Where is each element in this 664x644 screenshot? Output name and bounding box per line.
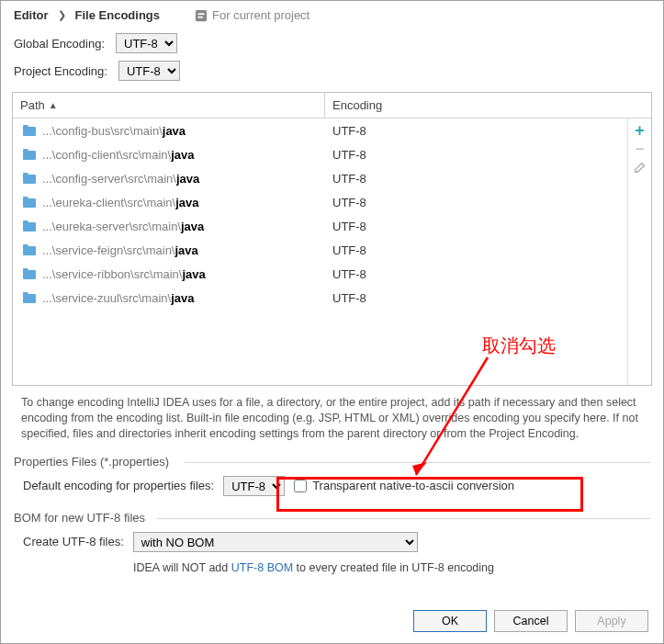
row-encoding: UTF-8 [325, 148, 627, 162]
utf8-bom-link[interactable]: UTF-8 BOM [231, 561, 293, 574]
default-props-encoding-label: Default encoding for properties files: [23, 479, 214, 492]
section-properties: Properties Files (*.properties) [1, 446, 663, 470]
remove-icon: − [635, 144, 645, 153]
table-row[interactable]: ...\eureka-server\src\main\javaUTF-8 [13, 214, 627, 238]
table-row[interactable]: ...\service-feign\src\main\javaUTF-8 [13, 238, 627, 262]
table-row[interactable]: ...\service-ribbon\src\main\javaUTF-8 [13, 262, 627, 286]
row-path: ...\config-client\src\main\java [13, 148, 325, 162]
row-encoding: UTF-8 [325, 291, 627, 305]
folder-icon [22, 243, 37, 256]
svg-rect-2 [198, 16, 203, 17]
table-toolbar: + − [627, 119, 651, 385]
svg-rect-0 [196, 9, 207, 20]
add-icon[interactable]: + [635, 124, 645, 137]
bom-help: IDEA will NOT add UTF-8 BOM to every cre… [1, 558, 663, 578]
row-encoding: UTF-8 [325, 220, 627, 233]
folder-icon [22, 267, 37, 280]
ok-button[interactable]: OK [413, 610, 487, 632]
row-path: ...\eureka-client\src\main\java [13, 196, 325, 209]
project-encoding-select[interactable]: UTF-8 [118, 61, 180, 81]
row-path: ...\eureka-server\src\main\java [13, 220, 325, 233]
folder-icon [22, 172, 37, 185]
row-path: ...\config-server\src\main\java [13, 172, 325, 186]
edit-icon[interactable] [634, 161, 647, 176]
folder-icon [22, 220, 37, 232]
row-encoding: UTF-8 [325, 267, 627, 281]
folder-icon [22, 148, 37, 161]
row-path: ...\service-zuul\src\main\java [13, 291, 325, 305]
column-path[interactable]: Path ▲ [13, 93, 325, 118]
bom-help-post: to every created file in UTF-8 encoding [293, 561, 494, 574]
folder-icon [22, 291, 37, 304]
table-row[interactable]: ...\config-bus\src\main\javaUTF-8 [13, 119, 627, 142]
table-row[interactable]: ...\config-server\src\main\javaUTF-8 [13, 166, 627, 190]
encoding-table: Path ▲ Encoding ...\config-bus\src\main\… [12, 92, 652, 386]
annotation-box [276, 477, 583, 512]
column-encoding[interactable]: Encoding [325, 93, 651, 118]
table-header: Path ▲ Encoding [13, 93, 651, 119]
row-encoding: UTF-8 [325, 172, 627, 186]
chevron-right-icon: ❯ [58, 9, 66, 21]
bom-help-pre: IDEA will NOT add [133, 561, 231, 574]
project-encoding-label: Project Encoding: [14, 64, 107, 78]
folder-icon [22, 196, 37, 209]
sort-asc-icon: ▲ [49, 100, 58, 110]
table-row[interactable]: ...\config-client\src\main\javaUTF-8 [13, 142, 627, 166]
breadcrumb: Editor ❯ File Encodings For current proj… [1, 1, 663, 29]
apply-button[interactable]: Apply [575, 610, 648, 632]
row-path: ...\service-feign\src\main\java [13, 243, 325, 257]
table-row[interactable]: ...\eureka-client\src\main\javaUTF-8 [13, 190, 627, 214]
table-row[interactable]: ...\service-zuul\src\main\javaUTF-8 [13, 286, 627, 310]
row-encoding: UTF-8 [325, 124, 627, 138]
project-context-label: For current project [212, 8, 309, 22]
annotation-label: 取消勾选 [482, 333, 556, 358]
project-context: For current project [195, 8, 309, 22]
svg-rect-1 [198, 13, 205, 15]
folder-icon [22, 124, 37, 137]
column-path-label: Path [20, 98, 45, 112]
row-encoding: UTF-8 [325, 243, 627, 257]
help-text: To change encoding IntelliJ IDEA uses fo… [1, 386, 663, 446]
breadcrumb-page: File Encodings [75, 8, 160, 22]
project-icon [195, 9, 208, 22]
row-path: ...\service-ribbon\src\main\java [13, 267, 325, 281]
row-encoding: UTF-8 [325, 196, 627, 209]
create-utf8-select[interactable]: with NO BOM [133, 532, 418, 552]
global-encoding-label: Global Encoding: [14, 37, 105, 51]
create-utf8-label: Create UTF-8 files: [23, 535, 124, 548]
global-encoding-select[interactable]: UTF-8 [116, 33, 177, 53]
row-path: ...\config-bus\src\main\java [13, 124, 325, 138]
cancel-button[interactable]: Cancel [494, 610, 568, 632]
breadcrumb-editor[interactable]: Editor [14, 8, 49, 22]
dialog-buttons: OK Cancel Apply [413, 610, 648, 632]
